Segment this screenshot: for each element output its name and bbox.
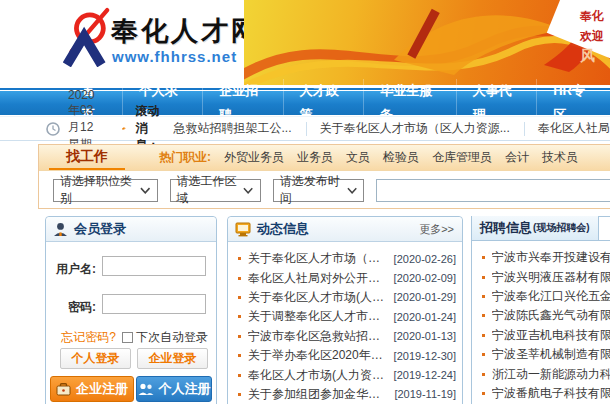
keyword-input[interactable] — [376, 179, 610, 202]
hot-job-link[interactable]: 仓库管理员 — [432, 149, 492, 166]
fenghua-talent-site: 奉化人才网 www.fhhrss.net 奉化 欢迎 风 首页 个人求职 企业招… — [0, 0, 610, 404]
bullet-icon — [482, 392, 485, 395]
news-row: 奉化区人社局对外公开服务电话[2020-02-09] — [228, 268, 462, 287]
bullet-icon — [482, 353, 485, 356]
news-row: 关于奉化区人才市场（区人力资源...[2020-02-26] — [228, 249, 462, 268]
recruit-link[interactable]: 宁波陈氏鑫光气动有限公司招 — [492, 307, 610, 324]
forgot-password-link[interactable]: 忘记密码? — [61, 329, 116, 346]
news-row: 关于调整奉化区人才市场(人力资...[2020-01-24] — [228, 307, 462, 326]
news-row: 宁波市奉化区急救站招聘担架工公...[2020-01-13] — [228, 327, 462, 346]
recruit-list: 宁波市兴奉开投建设有限公司 宁波兴明液压器材有限公司招 宁波奉化江口兴伦五金厂招… — [472, 241, 610, 403]
news-link[interactable]: 关于奉化区人才市场(人力资源市... — [248, 289, 390, 306]
publish-time-select[interactable]: 请选发布时间 — [273, 179, 364, 202]
news-panel: 动态信息 更多>> 关于奉化区人才市场（区人力资源...[2020-02-26]… — [227, 216, 463, 404]
tab-recruit-info[interactable]: 招聘信息 (现场招聘会) — [472, 216, 599, 240]
news-link[interactable]: 宁波市奉化区急救站招聘担架工公... — [248, 328, 390, 345]
hot-job-link[interactable]: 会计 — [505, 149, 529, 166]
hot-job-link[interactable]: 外贸业务员 — [224, 149, 284, 166]
clock-icon — [46, 122, 60, 136]
news-link[interactable]: 关于调整奉化区人才市场(人力资... — [248, 308, 390, 325]
news-date: [2020-02-26] — [394, 253, 456, 265]
news-panel-title: 动态信息 — [257, 220, 309, 238]
company-login-button[interactable]: 企业登录 — [137, 348, 208, 369]
site-url[interactable]: www.fhhrss.net — [112, 48, 237, 65]
ticker-message[interactable]: 急救站招聘担架工公... — [174, 120, 292, 137]
job-search-tabs: 找工作 热门职业: 外贸业务员 业务员 文员 检验员 仓库管理员 会计 技术员 — [39, 145, 610, 171]
site-title[interactable]: 奉化人才网 — [111, 13, 261, 49]
news-more-link[interactable]: 更多>> — [419, 222, 454, 237]
hot-jobs-label: 热门职业: — [159, 149, 211, 166]
news-row: 关于奉化区人才市场(人力资源市...[2020-01-29] — [228, 288, 462, 307]
hot-job-link[interactable]: 检验员 — [383, 149, 419, 166]
news-link[interactable]: 奉化区人社局对外公开服务电话 — [248, 270, 390, 287]
bullet-icon — [238, 335, 241, 338]
work-area-select-value: 请选工作区域 — [177, 173, 244, 207]
recruit-link[interactable]: 浙江动一新能源动力科技股份 — [492, 366, 610, 383]
hot-job-link[interactable]: 业务员 — [297, 149, 333, 166]
bullet-icon — [482, 276, 485, 279]
personal-register-label: 个人注册 — [159, 380, 211, 398]
news-date: [2020-01-13] — [394, 330, 456, 342]
personal-login-button[interactable]: 个人登录 — [60, 348, 131, 369]
member-icon — [53, 222, 68, 237]
recruit-link[interactable]: 宁波番航电子科技有限公司招 — [492, 385, 610, 402]
recruit-panel: 招聘信息 (现场招聘会) 考试录 宁波市兴奉开投建设有限公司 宁波兴明液压器材有… — [471, 216, 610, 404]
bullet-icon — [482, 373, 485, 376]
news-list: 关于奉化区人才市场（区人力资源...[2020-02-26] 奉化区人社局对外公… — [228, 242, 462, 404]
ticker-bar: 2020年03月12 星期四 滚动消息： 急救站招聘担架工公... 关于奉化区人… — [0, 116, 610, 141]
recruit-link[interactable]: 宁波圣莘机械制造有限公司招 — [492, 346, 610, 363]
news-date: [2019-12-24] — [394, 369, 456, 381]
tab-recruit-info-sublabel: (现场招聘会) — [533, 221, 590, 235]
login-options-row: 忘记密码? 下次自动登录 — [61, 329, 208, 346]
bullet-icon — [238, 374, 241, 377]
news-row: 关于参加组团参加金华职业技术学...[2019-11-19] — [228, 385, 462, 404]
tab-find-job[interactable]: 找工作 — [49, 145, 125, 170]
username-label: 用户名: — [56, 261, 96, 278]
ticker-message[interactable]: 奉化区人社局 — [538, 120, 610, 137]
bullet-icon — [238, 354, 241, 357]
tab-recruit-info-label: 招聘信息 — [480, 219, 532, 237]
auto-login-checkbox[interactable] — [122, 332, 133, 343]
bullet-icon — [482, 314, 485, 317]
recruit-link[interactable]: 宁波市兴奉开投建设有限公司 — [492, 249, 610, 266]
hot-job-link[interactable]: 技术员 — [542, 149, 578, 166]
recruit-row: 宁波奉化江口兴伦五金厂招聘 — [472, 287, 610, 306]
job-category-select[interactable]: 请选择职位类别 — [53, 179, 158, 202]
recruit-row: 宁波番航电子科技有限公司招 — [472, 384, 610, 403]
recruit-link[interactable]: 宁波兴明液压器材有限公司招 — [492, 269, 610, 286]
news-link[interactable]: 关于举办奉化区2020年春季大... — [248, 347, 390, 364]
register-buttons-row: 企业注册 个人注册 — [50, 376, 212, 402]
monitor-icon — [235, 222, 251, 237]
bullet-icon — [482, 334, 485, 337]
recruit-row: 宁波陈氏鑫光气动有限公司招 — [472, 306, 610, 325]
bullet-icon — [238, 296, 241, 299]
username-input[interactable] — [102, 256, 206, 276]
hot-job-link[interactable]: 文员 — [346, 149, 370, 166]
news-date: [2020-02-09] — [394, 272, 456, 284]
banner-slogan: 奉化 欢迎 风 — [580, 6, 610, 66]
personal-register-button[interactable]: 个人注册 — [136, 376, 212, 402]
recruit-row: 宁波亚吉机电科技有限公司招 — [472, 326, 610, 345]
recruit-link[interactable]: 宁波奉化江口兴伦五金厂招聘 — [492, 288, 610, 305]
member-login-title: 会员登录 — [74, 220, 126, 238]
password-input[interactable] — [102, 294, 206, 314]
work-area-select[interactable]: 请选工作区域 — [170, 179, 261, 202]
bullet-icon — [482, 295, 485, 298]
job-category-select-value: 请选择职位类别 — [60, 173, 140, 207]
member-login-panel: 会员登录 用户名: 密码: 忘记密码? 下次自动登录 个人登录 企业登录 企业注… — [45, 216, 217, 404]
recruit-link[interactable]: 宁波亚吉机电科技有限公司招 — [492, 327, 610, 344]
ticker-message[interactable]: 关于奉化区人才市场（区人力资源... — [320, 120, 510, 137]
news-link[interactable]: 奉化区人才市场(人力资源市场)... — [248, 367, 390, 384]
banner-slogan-line: 风 — [580, 46, 610, 66]
news-link[interactable]: 关于参加组团参加金华职业技术学... — [248, 386, 390, 403]
login-buttons-row: 个人登录 企业登录 — [54, 348, 208, 369]
bullet-icon — [238, 393, 241, 396]
bullet-icon — [482, 256, 485, 259]
news-link[interactable]: 关于奉化区人才市场（区人力资源... — [248, 250, 390, 267]
tab-exam-hire[interactable]: 考试录 — [599, 216, 610, 240]
site-logo-icon[interactable] — [63, 7, 111, 67]
megaphone-icon — [122, 122, 126, 135]
company-register-button[interactable]: 企业注册 — [50, 376, 134, 402]
bullet-icon — [238, 277, 241, 280]
briefcase-icon — [56, 383, 71, 396]
